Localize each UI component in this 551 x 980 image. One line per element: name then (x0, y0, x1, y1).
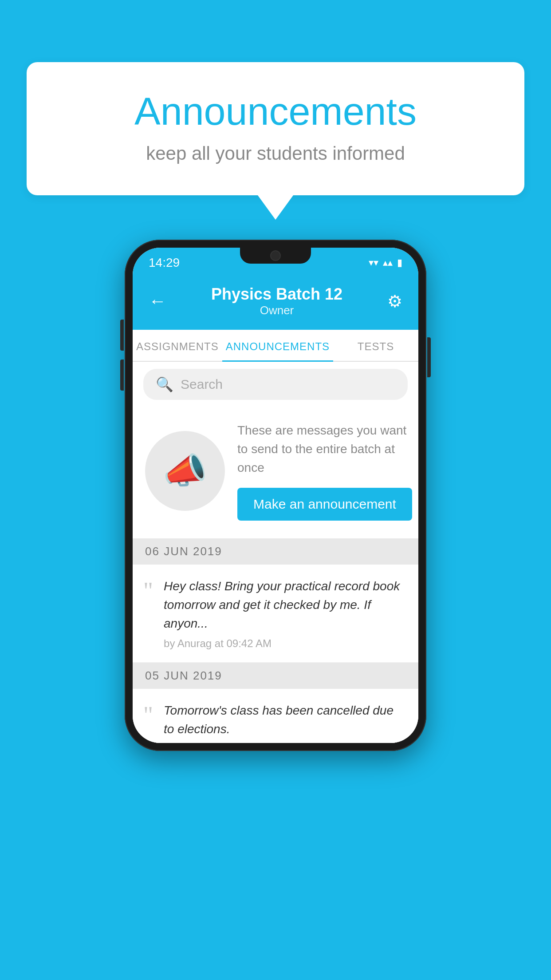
volume-down-button (120, 360, 124, 391)
volume-up-button (120, 320, 124, 351)
search-input-wrapper[interactable]: 🔍 Search (143, 369, 408, 400)
date-label-1: 06 JUN 2019 (145, 545, 222, 558)
announcement-text-1: Hey class! Bring your practical record b… (164, 577, 406, 633)
status-icons: ▾▾ ▴▴ ▮ (369, 257, 402, 269)
quote-icon-1: " (143, 579, 153, 650)
app-header: ← Physics Batch 12 Owner ⚙ (133, 274, 418, 330)
search-section: 🔍 Search (133, 362, 418, 407)
speech-bubble-card: Announcements keep all your students inf… (27, 62, 524, 195)
tab-assignments[interactable]: ASSIGNMENTS (133, 330, 222, 361)
make-announcement-button[interactable]: Make an announcement (237, 488, 412, 521)
status-time: 14:29 (149, 256, 180, 270)
announcement-item-1[interactable]: " Hey class! Bring your practical record… (133, 565, 418, 663)
quote-icon-2: " (143, 703, 153, 743)
speech-bubble-section: Announcements keep all your students inf… (27, 62, 524, 220)
phone-body: 14:29 ▾▾ ▴▴ ▮ ← Physics Batch 12 Owner ⚙ (125, 240, 426, 751)
phone-screen: 14:29 ▾▾ ▴▴ ▮ ← Physics Batch 12 Owner ⚙ (133, 248, 418, 743)
tab-announcements[interactable]: ANNOUNCEMENTS (222, 330, 333, 361)
search-icon: 🔍 (156, 376, 173, 393)
promo-card: 📣 These are messages you want to send to… (133, 407, 418, 538)
date-separator-2: 05 JUN 2019 (133, 663, 418, 689)
speech-bubble-subtitle: keep all your students informed (62, 143, 489, 164)
promo-description: These are messages you want to send to t… (237, 421, 412, 477)
announcement-text-2: Tomorrow's class has been cancelled due … (164, 701, 406, 739)
battery-icon: ▮ (397, 257, 402, 269)
announcement-item-2[interactable]: " Tomorrow's class has been cancelled du… (133, 689, 418, 743)
megaphone-icon: 📣 (163, 450, 207, 492)
phone-frame: 14:29 ▾▾ ▴▴ ▮ ← Physics Batch 12 Owner ⚙ (125, 240, 426, 751)
announcement-text-wrapper-2: Tomorrow's class has been cancelled due … (164, 701, 406, 743)
search-placeholder: Search (181, 377, 223, 392)
announcement-text-wrapper-1: Hey class! Bring your practical record b… (164, 577, 406, 650)
phone-notch (240, 248, 311, 264)
megaphone-circle: 📣 (145, 431, 225, 511)
announcement-meta-1: by Anurag at 09:42 AM (164, 637, 406, 650)
settings-button[interactable]: ⚙ (387, 292, 402, 311)
tab-bar: ASSIGNMENTS ANNOUNCEMENTS TESTS (133, 330, 418, 362)
date-separator-1: 06 JUN 2019 (133, 538, 418, 565)
header-title: Physics Batch 12 (166, 285, 387, 304)
speech-bubble-title: Announcements (62, 89, 489, 134)
power-button (427, 337, 431, 377)
back-button[interactable]: ← (149, 291, 166, 311)
tab-tests[interactable]: TESTS (333, 330, 418, 361)
speech-bubble-arrow (258, 195, 293, 220)
date-label-2: 05 JUN 2019 (145, 669, 222, 683)
content-area: 🔍 Search 📣 These are messages you want t… (133, 362, 418, 743)
header-center: Physics Batch 12 Owner (166, 285, 387, 317)
signal-icon: ▴▴ (383, 257, 393, 269)
promo-right: These are messages you want to send to t… (237, 421, 412, 521)
header-subtitle: Owner (166, 304, 387, 317)
wifi-icon: ▾▾ (369, 257, 378, 269)
front-camera (270, 250, 281, 261)
